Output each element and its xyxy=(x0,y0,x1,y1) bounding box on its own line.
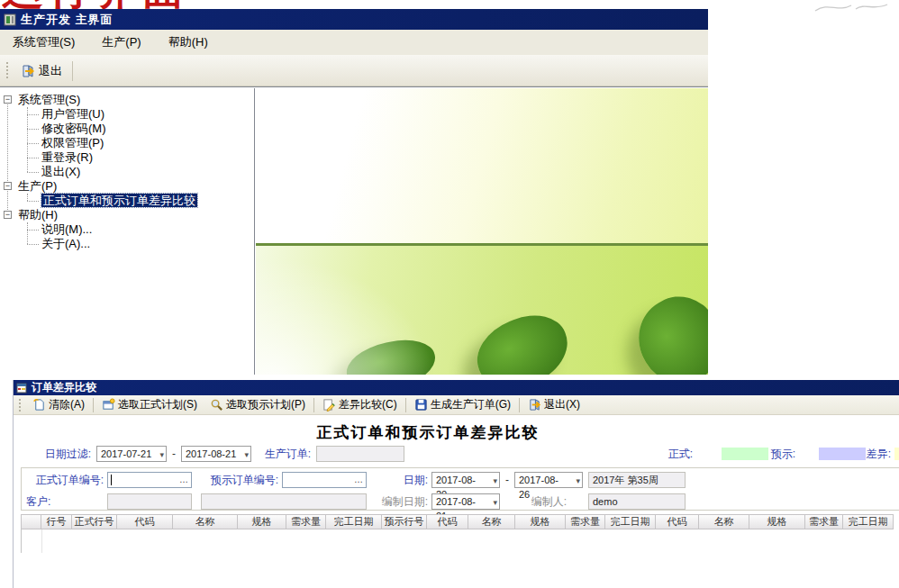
grid-header-name-1[interactable]: 名称 xyxy=(173,515,238,529)
tree-node-label[interactable]: 重登录(R) xyxy=(41,150,93,164)
compare-heading: 正式订单和预示订单差异比较 xyxy=(14,422,842,443)
grid-header-formal-row-no[interactable]: 正式行号 xyxy=(72,515,117,529)
tree-node-user-management[interactable]: 用户管理(U) xyxy=(0,107,254,122)
compare-title-bar[interactable]: 订单差异比较 xyxy=(14,380,899,395)
legend-forecast-label: 预示: xyxy=(763,446,795,462)
tree-node-relogin[interactable]: 重登录(R) xyxy=(0,150,254,165)
tree-node-permission-management[interactable]: 权限管理(P) xyxy=(0,136,254,150)
compare-diff-label: 差异比较(C) xyxy=(339,397,397,412)
toolbar-grip[interactable] xyxy=(5,62,10,80)
grid-header-spec-2[interactable]: 规格 xyxy=(515,515,566,529)
tree-node-order-compare[interactable]: 正式订单和预示订单差异比较 xyxy=(0,194,254,208)
compare-window-title: 订单差异比较 xyxy=(32,380,96,395)
toolbar-separator xyxy=(313,398,314,412)
forecast-order-browse-button[interactable]: … xyxy=(354,473,364,487)
select-formal-plan-label: 选取正式计划(S) xyxy=(118,397,197,412)
select-forecast-plan-button[interactable]: 选取预示计划(P) xyxy=(204,396,312,414)
grid-header-spec-1[interactable]: 规格 xyxy=(238,515,286,529)
menu-help[interactable]: 帮助(H) xyxy=(163,32,213,53)
tree-node-production[interactable]: − 生产(P) xyxy=(0,179,254,194)
photo-sky xyxy=(256,88,708,243)
exit-button-label: 退出 xyxy=(39,63,62,79)
toolbar-grip[interactable] xyxy=(18,399,23,412)
menu-production[interactable]: 生产(P) xyxy=(96,32,146,53)
navigation-tree: − 系统管理(S) 用户管理(U) 修改密码(M) 权限管理(P) 重登录(R) xyxy=(0,88,254,251)
tree-node-label[interactable]: 用户管理(U) xyxy=(41,107,104,121)
main-window: 生产开发 主界面 系统管理(S) 生产(P) 帮助(H) 退出 xyxy=(0,9,708,375)
compare-diff-button[interactable]: 差异比较(C) xyxy=(316,396,404,414)
production-order-input[interactable] xyxy=(316,446,404,462)
tree-node-label[interactable]: 关于(A)... xyxy=(41,237,90,250)
grid-header-code-1[interactable]: 代码 xyxy=(117,515,173,529)
prepared-date-combo[interactable]: 2017-08-21 xyxy=(431,493,500,510)
customer-input-1[interactable] xyxy=(107,493,192,510)
tree-node-exit[interactable]: 退出(X) xyxy=(0,165,254,179)
filter-date-from-combo[interactable]: 2017-07-21 xyxy=(96,446,167,462)
forecast-order-no-input[interactable]: … xyxy=(282,472,367,488)
tree-node-label[interactable]: 系统管理(S) xyxy=(18,93,80,106)
collapse-icon[interactable]: − xyxy=(4,211,12,219)
tree-node-label[interactable]: 帮助(H) xyxy=(18,208,58,222)
preparer-field: demo xyxy=(588,493,686,510)
tree-node-help[interactable]: − 帮助(H) xyxy=(0,208,254,222)
grid-header-finish-date-3[interactable]: 完工日期 xyxy=(843,515,894,529)
tree-node-system-management[interactable]: − 系统管理(S) xyxy=(0,93,254,107)
grid-header-code-3[interactable]: 代码 xyxy=(656,515,699,529)
tree-node-instructions[interactable]: 说明(M)... xyxy=(0,222,254,237)
main-title-bar[interactable]: 生产开发 主界面 xyxy=(0,9,708,30)
main-content: − 系统管理(S) 用户管理(U) 修改密码(M) 权限管理(P) 重登录(R) xyxy=(0,86,708,375)
screen: 运行界面 生产开发 主界面 系统管理(S) 生产(P) 帮助(H) xyxy=(0,0,899,588)
compare-exit-label: 退出(X) xyxy=(544,397,580,412)
formal-order-browse-button[interactable]: … xyxy=(179,473,189,487)
select-formal-plan-button[interactable]: 选取正式计划(S) xyxy=(95,396,204,414)
navigation-tree-panel: − 系统管理(S) 用户管理(U) 修改密码(M) 权限管理(P) 重登录(R) xyxy=(0,88,255,375)
grid-selector-column-line xyxy=(41,529,42,553)
select-forecast-plan-label: 选取预示计划(P) xyxy=(226,397,305,412)
order-date-to-combo[interactable]: 2017-08-26 xyxy=(514,472,583,488)
date-label: 日期: xyxy=(392,472,428,488)
tree-node-label-selected[interactable]: 正式订单和预示订单差异比较 xyxy=(41,194,197,207)
compare-window-icon xyxy=(16,383,27,394)
tree-node-about[interactable]: 关于(A)... xyxy=(0,237,254,251)
legend-formal-swatch xyxy=(722,448,768,460)
formal-order-no-input[interactable]: … xyxy=(107,472,192,488)
save-icon xyxy=(414,398,428,412)
collapse-icon[interactable]: − xyxy=(4,182,12,190)
background-leaf-image xyxy=(256,88,708,375)
legend-diff-label: 差异: xyxy=(858,446,891,462)
grid-header-code-2[interactable]: 代码 xyxy=(427,515,468,529)
compare-toolbar: 清除(A) 选取正式计划(S) 选取预示计划(P) xyxy=(14,395,899,415)
exit-button[interactable]: 退出 xyxy=(14,60,69,82)
legend-formal-label: 正式: xyxy=(660,446,693,462)
grid-header-row-no[interactable]: 行号 xyxy=(41,515,72,529)
grid-header-name-3[interactable]: 名称 xyxy=(699,515,749,529)
generate-order-button[interactable]: 生成生产订单(G) xyxy=(408,396,517,414)
menu-system-management[interactable]: 系统管理(S) xyxy=(7,32,80,53)
tree-node-change-password[interactable]: 修改密码(M) xyxy=(0,122,254,136)
select-forecast-plan-icon xyxy=(210,398,223,412)
grid-header-forecast-row-no[interactable]: 预示行号 xyxy=(382,515,427,529)
grid-header-spec-3[interactable]: 规格 xyxy=(749,515,805,529)
collapse-icon[interactable]: − xyxy=(4,95,12,104)
filter-date-to-combo[interactable]: 2017-08-21 xyxy=(181,446,251,462)
clear-button-label: 清除(A) xyxy=(49,397,85,412)
order-date-from-combo[interactable]: 2017-08-20 xyxy=(431,472,500,488)
grid-header-qty-1[interactable]: 需求量 xyxy=(286,515,326,529)
customer-label: 客户: xyxy=(26,493,59,510)
clear-button[interactable]: 清除(A) xyxy=(26,396,91,414)
grid-empty-area[interactable] xyxy=(21,529,899,553)
tree-node-label[interactable]: 修改密码(M) xyxy=(41,122,106,135)
compare-window: 订单差异比较 清除(A) 选取正式计划(S) xyxy=(13,380,899,588)
tree-node-label[interactable]: 退出(X) xyxy=(41,165,80,178)
grid-header-qty-2[interactable]: 需求量 xyxy=(566,515,605,529)
compare-exit-button[interactable]: 退出(X) xyxy=(522,396,586,414)
grid-header-selector[interactable] xyxy=(22,515,41,529)
tree-node-label[interactable]: 生产(P) xyxy=(18,179,57,193)
grid-header-finish-date-1[interactable]: 完工日期 xyxy=(326,515,382,529)
tree-node-label[interactable]: 说明(M)... xyxy=(41,222,92,236)
grid-header-name-2[interactable]: 名称 xyxy=(468,515,515,529)
grid-header-finish-date-2[interactable]: 完工日期 xyxy=(605,515,656,529)
customer-input-2[interactable] xyxy=(201,493,367,510)
tree-node-label[interactable]: 权限管理(P) xyxy=(41,136,104,149)
grid-header-qty-3[interactable]: 需求量 xyxy=(805,515,843,529)
